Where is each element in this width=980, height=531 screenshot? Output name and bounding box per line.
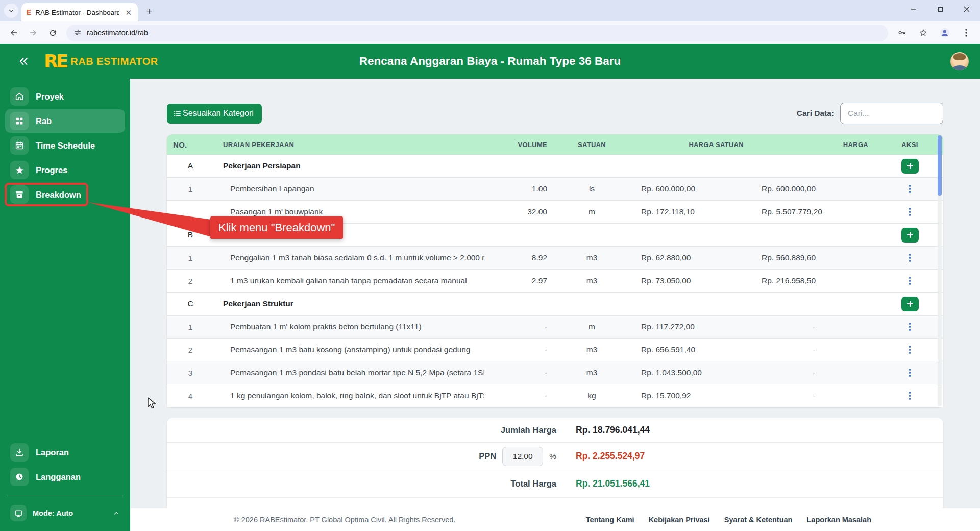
subtotal-row: Jumlah Harga Rp. 18.796.041,44 <box>167 418 943 443</box>
forward-button[interactable] <box>24 24 42 41</box>
window-minimize-button[interactable] <box>900 0 927 18</box>
row-actions-button[interactable] <box>905 344 915 356</box>
row-actions-button[interactable] <box>905 321 915 333</box>
cell-uraian: Pekerjaan Struktur <box>214 299 484 308</box>
add-item-button[interactable] <box>901 228 919 243</box>
tab-search-button[interactable] <box>4 4 18 18</box>
table-row: 1Pembersihan Lapangan1.00lsRp. 600.000,0… <box>167 178 943 201</box>
download-icon <box>10 443 29 462</box>
window-maximize-button[interactable] <box>927 0 953 18</box>
site-info-icon <box>74 29 82 37</box>
browser-toolbar: rabestimator.id/rab <box>0 21 980 44</box>
footer-link-syarat-ketentuan[interactable]: Syarat & Ketentuan <box>724 516 793 524</box>
chevron-down-icon <box>8 8 14 14</box>
column-header-harga-satuan: HARGA SATUAN <box>632 141 752 149</box>
cell-satuan: kg <box>551 391 632 400</box>
table-section-row: APekerjaan Persiapan <box>167 155 943 178</box>
sidebar-item-label: Progres <box>36 165 67 175</box>
tab-close-icon[interactable]: ✕ <box>123 8 134 17</box>
logo-mark: RE <box>44 52 66 70</box>
browser-profile-avatar[interactable] <box>936 24 953 41</box>
row-actions-button[interactable] <box>905 275 915 287</box>
column-header-volume: VOLUME <box>484 141 551 149</box>
sidebar-item-progres[interactable]: Progres <box>5 158 125 182</box>
cell-no: 1 <box>167 323 214 331</box>
sidebar-item-label: Laporan <box>36 448 69 457</box>
sidebar-item-langganan[interactable]: Langganan <box>5 465 125 489</box>
browser-tab[interactable]: E RAB Estimator - Dashboard ✕ <box>21 3 138 21</box>
cell-aksi <box>876 321 943 333</box>
cell-harga-satuan: Rp. 15.700,92 <box>632 391 752 400</box>
column-header-uraian-pekerjaan: URAIAN PEKERJAAN <box>214 141 484 149</box>
scrollbar-thumb[interactable] <box>938 135 942 196</box>
bookmark-button[interactable] <box>915 24 932 41</box>
adjust-category-button[interactable]: Sesuaikan Kategori <box>167 104 262 124</box>
cell-harga: - <box>752 391 876 400</box>
browser-menu-button[interactable] <box>958 24 975 41</box>
cell-satuan: m <box>551 322 632 331</box>
table-header-row: NO.URAIAN PEKERJAANVOLUMESATUANHARGA SAT… <box>167 134 943 155</box>
double-chevron-left-icon <box>17 55 30 67</box>
sidebar: ProyekRabTime ScheduleProgresBreakdown L… <box>0 79 130 531</box>
row-actions-button[interactable] <box>905 367 915 379</box>
plus-icon <box>906 162 914 170</box>
cell-volume: 8.92 <box>484 253 551 262</box>
cell-no: B <box>167 230 214 239</box>
cell-aksi <box>876 390 943 402</box>
url-bar[interactable]: rabestimator.id/rab <box>66 25 888 41</box>
row-actions-button[interactable] <box>905 206 915 218</box>
app-header: RE RAB ESTIMATOR Rencana Anggaran Biaya … <box>0 44 980 79</box>
sidebar-item-rab[interactable]: Rab <box>5 109 125 133</box>
table-row: 2Pemasangan 1 m3 batu kosong (anstamping… <box>167 339 943 361</box>
password-manager-button[interactable] <box>893 24 911 41</box>
calendar-icon <box>10 136 29 155</box>
table-scrollbar[interactable] <box>938 135 942 406</box>
cell-uraian: 1 kg penulangan kolom, balok, ring balok… <box>214 391 484 400</box>
cell-no: 3 <box>167 369 214 377</box>
cell-harga-satuan: Rp. 600.000,00 <box>632 184 752 194</box>
mode-toggle[interactable]: Mode: Auto <box>5 502 125 524</box>
list-icon <box>173 109 182 118</box>
sidebar-collapse-button[interactable] <box>17 55 30 67</box>
column-header-harga: HARGA <box>752 141 876 149</box>
sidebar-item-time-schedule[interactable]: Time Schedule <box>5 134 125 157</box>
table-row: 1Pembuatan 1 m' kolom praktis beton bert… <box>167 316 943 339</box>
cell-uraian: Pekerjaan Persiapan <box>214 161 484 171</box>
cell-aksi <box>876 275 943 287</box>
row-actions-button[interactable] <box>905 390 915 402</box>
sidebar-item-laporan[interactable]: Laporan <box>5 441 125 464</box>
brand-name: RAB ESTIMATOR <box>70 56 158 67</box>
cell-satuan: m3 <box>551 345 632 354</box>
back-button[interactable] <box>5 24 22 41</box>
new-tab-button[interactable]: + <box>142 4 157 19</box>
cell-aksi <box>876 159 943 174</box>
search-label: Cari Data: <box>797 109 834 118</box>
cell-harga: Rp. 600.000,00 <box>752 184 876 194</box>
footer-link-kebijakan-privasi[interactable]: Kebijakan Privasi <box>649 516 710 524</box>
cell-harga: Rp. 216.958,50 <box>752 276 876 285</box>
add-item-button[interactable] <box>901 297 919 311</box>
search-input[interactable] <box>840 103 943 124</box>
column-header-aksi: AKSI <box>876 141 943 149</box>
mode-label: Mode: Auto <box>33 509 113 517</box>
reload-button[interactable] <box>44 24 61 41</box>
cell-aksi <box>876 206 943 218</box>
site-favicon: E <box>27 8 31 16</box>
sidebar-item-proyek[interactable]: Proyek <box>5 85 125 108</box>
cell-uraian: Pasangan 1 m' bouwplank <box>214 207 484 216</box>
row-actions-button[interactable] <box>905 252 915 264</box>
cell-harga-satuan: Rp. 1.043.500,00 <box>632 368 752 377</box>
row-actions-button[interactable] <box>905 183 915 195</box>
cell-uraian: Pemasangan 1 m3 pondasi batu belah morta… <box>214 368 484 377</box>
plus-icon <box>906 231 914 238</box>
add-item-button[interactable] <box>901 159 919 174</box>
person-icon <box>939 27 950 38</box>
cell-volume: 2.97 <box>484 276 551 285</box>
user-avatar[interactable] <box>950 52 969 70</box>
browser-tabstrip: E RAB Estimator - Dashboard ✕ + <box>0 0 980 21</box>
footer-link-tentang-kami[interactable]: Tentang Kami <box>586 516 634 524</box>
ppn-rate-input[interactable] <box>502 447 543 466</box>
tab-title: RAB Estimator - Dashboard <box>35 9 119 16</box>
window-close-button[interactable] <box>953 0 980 18</box>
footer-link-laporkan-masalah[interactable]: Laporkan Masalah <box>806 516 871 524</box>
